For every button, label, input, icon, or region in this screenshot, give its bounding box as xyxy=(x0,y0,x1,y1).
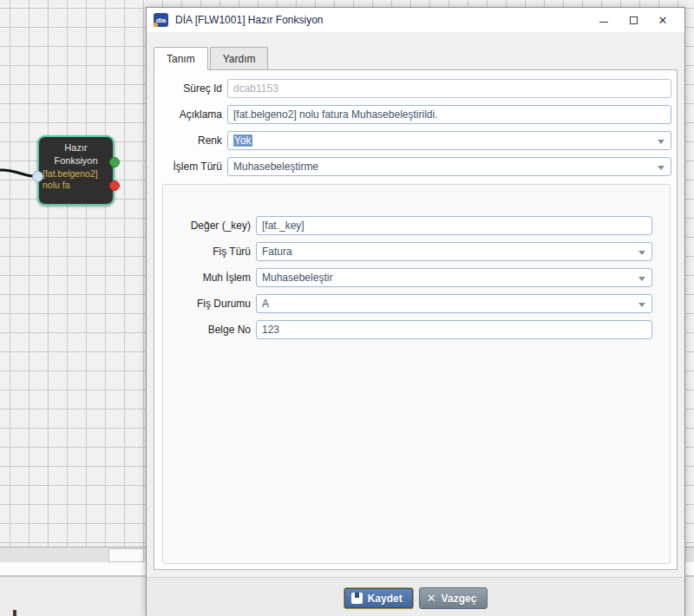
dialog-titlebar[interactable]: dia DİA [FLW1001] Hazır Fonksiyon ✕ xyxy=(147,8,684,32)
minimize-icon xyxy=(599,22,608,23)
fis-durumu-combobox[interactable]: A xyxy=(256,294,652,313)
chevron-down-icon xyxy=(658,166,665,170)
node-output-port-success[interactable] xyxy=(109,157,120,167)
chevron-down-icon xyxy=(638,251,645,255)
tab-panel-tanim: Süreç Id dcab1153 Açıklama [fat.belgeno2… xyxy=(154,69,678,570)
node-title: Hazır Fonksiyon xyxy=(43,141,109,167)
kaydet-button[interactable]: Kaydet xyxy=(344,587,414,609)
node-input-port[interactable] xyxy=(32,171,43,182)
close-button[interactable]: ✕ xyxy=(648,10,678,29)
field-row-deger-key: Değer (_key) [fat._key] xyxy=(168,216,652,235)
belge-no-input[interactable]: 123 xyxy=(256,320,652,339)
field-row-aciklama: Açıklama [fat.belgeno2] nolu fatura Muha… xyxy=(160,105,671,124)
fis-turu-combobox[interactable]: Fatura xyxy=(256,242,652,261)
dialog-button-bar: Kaydet ✕ Vazgeç xyxy=(147,577,684,616)
scrollbar-thumb[interactable] xyxy=(108,548,144,562)
node-description: [fat.belgeno2] nolu fa xyxy=(43,168,109,192)
vazgec-button[interactable]: ✕ Vazgeç xyxy=(419,587,488,609)
screen: Hazır Fonksiyon [fat.belgeno2] nolu fa d… xyxy=(0,0,694,616)
maximize-icon xyxy=(630,16,638,24)
renk-label: Renk xyxy=(160,134,222,147)
cancel-x-icon: ✕ xyxy=(427,593,436,604)
save-icon xyxy=(351,593,363,604)
parameters-groupbox: Değer (_key) [fat._key] Fiş Türü Fatura … xyxy=(162,184,671,564)
chevron-down-icon xyxy=(638,303,645,307)
field-row-renk: Renk Yok xyxy=(160,131,671,150)
maximize-button[interactable] xyxy=(619,10,648,29)
clipped-icon xyxy=(13,610,16,616)
fis-durumu-label: Fiş Durumu xyxy=(168,298,251,310)
renk-combobox[interactable]: Yok xyxy=(227,131,671,150)
node-output-port-error[interactable] xyxy=(109,180,120,191)
muh-islem-combobox[interactable]: Muhasebeleştir xyxy=(256,268,652,287)
surec-id-label: Süreç Id xyxy=(160,82,222,95)
field-row-fis-durumu: Fiş Durumu A xyxy=(168,294,652,313)
chevron-down-icon xyxy=(638,277,645,281)
chevron-down-icon xyxy=(658,140,665,144)
tab-tanim[interactable]: Tanım xyxy=(154,47,208,69)
flow-node-hazir-fonksiyon[interactable]: Hazır Fonksiyon [fat.belgeno2] nolu fa xyxy=(37,135,115,206)
islem-turu-label: İşlem Türü xyxy=(160,161,222,173)
dialog-title: DİA [FLW1001] Hazır Fonksiyon xyxy=(175,14,589,26)
aciklama-input[interactable]: [fat.belgeno2] nolu fatura Muhasebeleşti… xyxy=(227,105,671,124)
close-icon: ✕ xyxy=(658,14,668,27)
dialog-hazir-fonksiyon: dia DİA [FLW1001] Hazır Fonksiyon ✕ Tanı… xyxy=(146,7,685,616)
islem-turu-combobox[interactable]: Muhasebeleştirme xyxy=(227,157,671,176)
belge-no-label: Belge No xyxy=(168,324,251,336)
muh-islem-label: Muh İşlem xyxy=(168,272,251,284)
field-row-surec-id: Süreç Id dcab1153 xyxy=(160,79,671,98)
minimize-button[interactable] xyxy=(589,10,619,29)
field-row-fis-turu: Fiş Türü Fatura xyxy=(168,242,652,261)
field-row-belge-no: Belge No 123 xyxy=(168,320,652,339)
deger-key-input[interactable]: [fat._key] xyxy=(256,216,652,235)
aciklama-label: Açıklama xyxy=(160,108,222,121)
surec-id-input[interactable]: dcab1153 xyxy=(227,79,671,98)
tab-bar: Tanım Yardım xyxy=(154,47,684,69)
dia-logo-icon: dia xyxy=(154,13,168,27)
tab-yardim[interactable]: Yardım xyxy=(210,47,269,69)
field-row-muh-islem: Muh İşlem Muhasebeleştir xyxy=(168,268,652,287)
fis-turu-label: Fiş Türü xyxy=(168,246,251,258)
deger-key-label: Değer (_key) xyxy=(168,220,251,232)
field-row-islem-turu: İşlem Türü Muhasebeleştirme xyxy=(160,157,671,176)
